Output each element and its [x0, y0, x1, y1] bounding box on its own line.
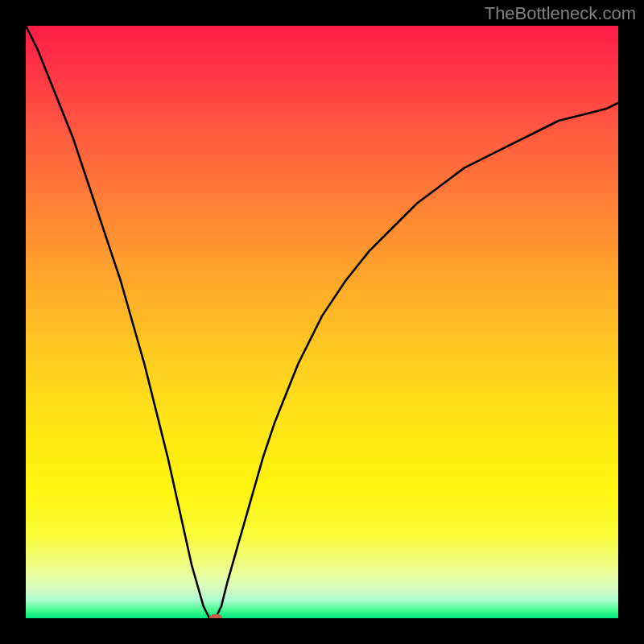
watermark-text: TheBottleneck.com [485, 3, 636, 24]
curve-svg [26, 26, 618, 618]
bottleneck-curve [26, 26, 618, 618]
optimal-point-marker [209, 614, 222, 618]
plot-area [26, 26, 618, 618]
chart-frame: TheBottleneck.com [0, 0, 644, 644]
